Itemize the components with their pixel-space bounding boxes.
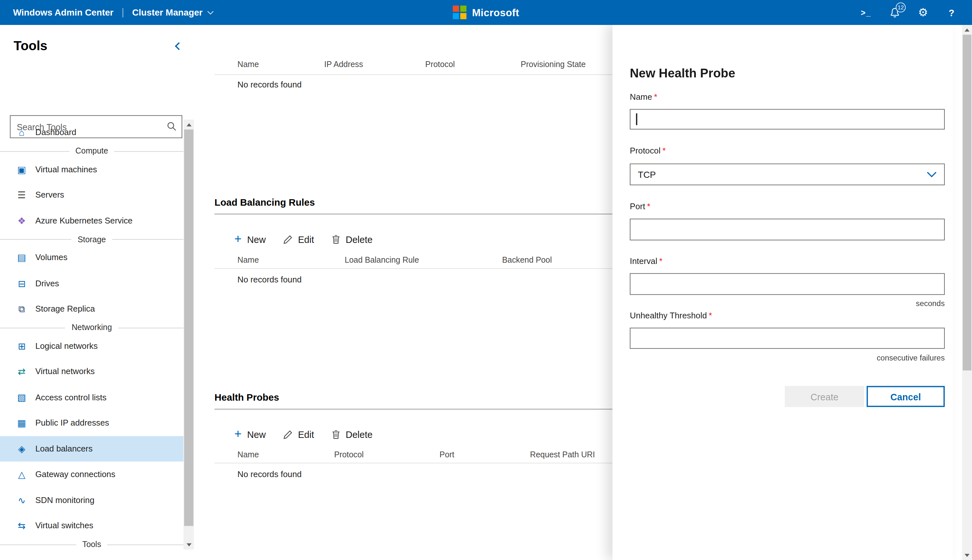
main-content: Name IP Address Protocol Provisioning St… <box>194 25 613 560</box>
page-scrollbar-thumb[interactable] <box>963 35 971 370</box>
unhealthy-threshold-input[interactable] <box>630 328 945 349</box>
column-header-ip-address[interactable]: IP Address <box>324 60 363 69</box>
sidebar-item-servers[interactable]: ☰ Servers <box>0 182 184 208</box>
help-icon[interactable]: ? <box>941 2 962 23</box>
storage-replica-icon: ⧉ <box>16 305 27 314</box>
sidebar-item-gateway-connections[interactable]: △ Gateway connections <box>0 462 184 487</box>
sidebar-item-access-control-lists[interactable]: ▧ Access control lists <box>0 385 184 410</box>
sidebar-item-label: Virtual networks <box>35 367 95 377</box>
home-icon: ⌂ <box>16 128 27 137</box>
column-header-protocol[interactable]: Protocol <box>425 60 455 69</box>
column-header-name[interactable]: Name <box>237 60 259 69</box>
sidebar-item-sdn-monitoring[interactable]: ∿ SDN monitoring <box>0 487 184 513</box>
sidebar-item-public-ip-addresses[interactable]: ▦ Public IP addresses <box>0 410 184 436</box>
cluster-manager-menu[interactable]: Cluster Manager <box>132 7 213 17</box>
new-button[interactable]: + New <box>234 233 266 245</box>
unhealthy-threshold-field-label: Unhealthy Threshold* <box>630 311 712 320</box>
top-bar: Windows Admin Center | Cluster Manager M… <box>0 0 972 25</box>
scroll-down-icon[interactable] <box>186 543 191 547</box>
title-separator: | <box>122 7 124 18</box>
sidebar-item-virtual-networks[interactable]: ⇄ Virtual networks <box>0 358 184 384</box>
scroll-down-area[interactable] <box>184 540 194 550</box>
unhealthy-threshold-unit-hint: consecutive failures <box>877 354 945 362</box>
new-button[interactable]: + New <box>234 429 266 440</box>
health-probes-table-header: Name Protocol Port Request Path URI <box>215 450 613 460</box>
unhealthy-threshold-field-wrap <box>630 328 945 349</box>
scroll-down-area[interactable] <box>962 550 972 560</box>
sidebar-item-storage-replica[interactable]: ⧉ Storage Replica <box>0 296 184 322</box>
edit-button[interactable]: Edit <box>283 429 314 440</box>
tool-icon: ▥ <box>16 558 27 560</box>
brand-name: Microsoft <box>472 7 519 18</box>
app-window: Windows Admin Center | Cluster Manager M… <box>0 0 972 560</box>
empty-table-message: No records found <box>237 470 302 479</box>
cancel-button[interactable]: Cancel <box>867 386 945 407</box>
sidebar-item-partial[interactable]: ▥ <box>0 550 184 560</box>
servers-icon: ☰ <box>16 190 27 200</box>
column-header-backend-pool[interactable]: Backend Pool <box>502 255 552 265</box>
sidebar-item-virtual-switches[interactable]: ⇆ Virtual switches <box>0 513 184 538</box>
protocol-field-wrap: TCP <box>630 163 945 185</box>
delete-button[interactable]: Delete <box>331 234 372 245</box>
delete-button[interactable]: Delete <box>331 429 372 440</box>
column-header-request-path-uri[interactable]: Request Path URI <box>530 450 595 459</box>
sidebar-item-label: Servers <box>35 190 64 200</box>
pencil-icon <box>283 235 293 244</box>
settings-gear-icon[interactable]: ⚙ <box>912 2 934 23</box>
name-input[interactable] <box>630 109 945 130</box>
interval-input[interactable] <box>630 273 945 295</box>
trash-icon <box>331 430 340 439</box>
sidebar-item-label: Load balancers <box>35 444 93 453</box>
tools-heading: Tools <box>13 38 47 53</box>
column-header-port[interactable]: Port <box>439 450 454 459</box>
kubernetes-icon: ❖ <box>16 216 27 225</box>
sidebar-scrollbar-thumb[interactable] <box>184 130 194 526</box>
scroll-up-icon[interactable] <box>186 123 191 127</box>
section-divider <box>215 409 613 409</box>
sidebar-item-label: Storage Replica <box>35 305 95 314</box>
text-caret <box>636 113 637 125</box>
sidebar-item-drives[interactable]: ⊟ Drives <box>0 270 184 296</box>
sidebar-item-label: Public IP addresses <box>35 418 109 428</box>
sidebar-item-label: Drives <box>35 278 59 288</box>
column-header-load-balancing-rule[interactable]: Load Balancing Rule <box>344 255 419 265</box>
port-input[interactable] <box>630 218 945 240</box>
column-header-provisioning-state[interactable]: Provisioning State <box>521 60 586 69</box>
pencil-icon <box>283 430 293 439</box>
sidebar-item-azure-kubernetes-service[interactable]: ❖ Azure Kubernetes Service <box>0 208 184 233</box>
sidebar-item-volumes[interactable]: ▤ Volumes <box>0 245 184 270</box>
collapse-sidebar-icon[interactable] <box>175 42 183 50</box>
sidebar-item-label: Logical networks <box>35 341 98 350</box>
protocol-select[interactable]: TCP <box>630 163 945 185</box>
powershell-icon[interactable]: >_ <box>855 2 877 23</box>
virtual-networks-icon: ⇄ <box>16 367 27 377</box>
create-button[interactable]: Create <box>785 386 864 407</box>
sidebar-item-dashboard[interactable]: ⌂ Dashboard <box>0 120 184 145</box>
interval-field-label: Interval* <box>630 257 663 266</box>
scroll-up-icon[interactable] <box>965 28 969 32</box>
sidebar-item-load-balancers[interactable]: ◈ Load balancers <box>0 436 184 462</box>
port-field-label: Port* <box>630 202 650 212</box>
sidebar-item-label: Dashboard <box>35 128 76 137</box>
page-scrollbar[interactable] <box>962 25 972 560</box>
virtual-machines-icon: ▣ <box>16 165 27 174</box>
sidebar-item-label: Virtual switches <box>35 521 94 530</box>
sidebar-item-virtual-machines[interactable]: ▣ Virtual machines <box>0 157 184 182</box>
column-header-name[interactable]: Name <box>237 450 259 459</box>
new-health-probe-panel: New Health Probe Name* Protocol* TCP Por… <box>613 25 953 560</box>
edit-button[interactable]: Edit <box>283 234 314 245</box>
column-header-name[interactable]: Name <box>237 255 259 265</box>
required-asterisk: * <box>659 257 663 266</box>
column-header-protocol[interactable]: Protocol <box>334 450 364 459</box>
required-asterisk: * <box>709 311 712 320</box>
scroll-down-icon[interactable] <box>965 554 969 557</box>
notifications-bell-icon[interactable]: 12 <box>884 2 905 23</box>
panel-title: New Health Probe <box>630 67 735 81</box>
sidebar-item-logical-networks[interactable]: ⊞ Logical networks <box>0 333 184 358</box>
sidebar-item-label: Virtual machines <box>35 165 97 174</box>
sidebar-section-compute: Compute <box>0 145 184 157</box>
virtual-switches-icon: ⇆ <box>16 521 27 530</box>
sidebar-scrollbar[interactable] <box>184 120 194 549</box>
brand-area: Microsoft <box>453 5 519 19</box>
sdn-monitoring-icon: ∿ <box>16 495 27 505</box>
